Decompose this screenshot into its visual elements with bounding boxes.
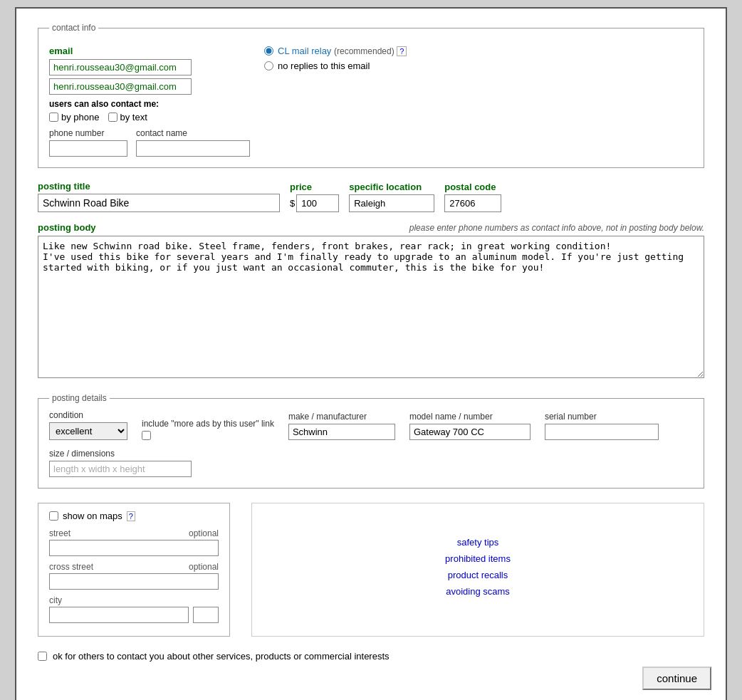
postal-label: postal code bbox=[444, 182, 501, 192]
cross-optional: optional bbox=[189, 562, 219, 572]
make-label: make / manufacturer bbox=[288, 412, 395, 422]
show-on-maps-label: show on maps bbox=[63, 511, 122, 521]
posting-body-section: posting body please enter phone numbers … bbox=[38, 222, 704, 380]
model-label: model name / number bbox=[409, 412, 531, 422]
size-label: size / dimensions bbox=[49, 449, 192, 459]
city-input[interactable] bbox=[49, 607, 189, 623]
city-field-group: city bbox=[49, 595, 219, 623]
street-label: street bbox=[49, 528, 70, 538]
commercial-contact-checkbox[interactable] bbox=[38, 652, 47, 661]
map-section: show on maps ? street optional cross str… bbox=[38, 503, 230, 637]
city-label: city bbox=[49, 595, 62, 605]
cross-street-input[interactable] bbox=[49, 573, 219, 590]
posting-title-row: posting title price $ specific location … bbox=[38, 181, 704, 212]
include-link-checkbox[interactable] bbox=[142, 431, 151, 440]
postal-input[interactable] bbox=[444, 194, 501, 212]
show-on-maps-checkbox[interactable] bbox=[49, 511, 58, 521]
relay-label: CL mail relay (recommended) ? bbox=[278, 46, 407, 56]
state-input[interactable] bbox=[193, 607, 219, 623]
maps-help-link[interactable]: ? bbox=[127, 511, 135, 521]
contact-info-fieldset: contact info email users can also contac… bbox=[38, 23, 704, 168]
phone-number-label: phone number bbox=[49, 128, 127, 138]
condition-label: condition bbox=[49, 410, 127, 420]
condition-select[interactable]: excellent good fair like new new bbox=[49, 422, 127, 440]
email-label: email bbox=[49, 46, 250, 56]
by-phone-label: by phone bbox=[61, 112, 100, 122]
by-text-label: by text bbox=[120, 112, 147, 122]
by-text-checkbox[interactable] bbox=[108, 113, 117, 122]
by-text-checkbox-label[interactable]: by text bbox=[108, 112, 147, 122]
cross-street-field-group: cross street optional bbox=[49, 562, 219, 590]
posting-details-legend: posting details bbox=[49, 393, 110, 403]
relay-radio[interactable] bbox=[264, 46, 273, 56]
commercial-contact-label: ok for others to contact you about other… bbox=[53, 651, 390, 662]
location-input[interactable] bbox=[349, 194, 434, 212]
product-recalls-link[interactable]: product recalls bbox=[448, 570, 508, 580]
contact-name-label: contact name bbox=[136, 128, 250, 138]
make-input[interactable] bbox=[288, 424, 395, 440]
model-input[interactable] bbox=[409, 424, 531, 440]
safety-tips-link[interactable]: safety tips bbox=[457, 537, 499, 548]
email-input-1[interactable] bbox=[49, 59, 192, 75]
no-reply-radio[interactable] bbox=[264, 61, 273, 70]
include-link-label: include "more ads by this user" link bbox=[142, 419, 274, 429]
posting-details-fieldset: posting details condition excellent good… bbox=[38, 393, 704, 489]
street-field-group: street optional bbox=[49, 528, 219, 556]
by-phone-checkbox[interactable] bbox=[49, 113, 58, 122]
map-links-row: show on maps ? street optional cross str… bbox=[38, 503, 704, 637]
contact-name-input[interactable] bbox=[136, 140, 250, 157]
street-optional: optional bbox=[189, 528, 219, 538]
posting-body-note: please enter phone numbers as contact in… bbox=[409, 223, 704, 233]
street-input[interactable] bbox=[49, 540, 219, 556]
page-wrapper: contact info email users can also contac… bbox=[15, 7, 727, 700]
posting-body-label: posting body bbox=[38, 222, 96, 233]
links-section: safety tips prohibited items product rec… bbox=[251, 503, 704, 637]
size-input[interactable] bbox=[49, 461, 192, 477]
users-contact-label: users can also contact me: bbox=[49, 99, 250, 109]
serial-input[interactable] bbox=[545, 424, 659, 440]
contact-info-legend: contact info bbox=[49, 23, 98, 33]
relay-help-link[interactable]: ? bbox=[397, 46, 407, 56]
continue-btn-wrapper: continue bbox=[642, 667, 711, 690]
location-label: specific location bbox=[349, 182, 434, 192]
email-input-2[interactable] bbox=[49, 78, 192, 95]
bottom-checkbox-row: ok for others to contact you about other… bbox=[38, 651, 704, 662]
dollar-sign: $ bbox=[290, 198, 295, 209]
prohibited-items-link[interactable]: prohibited items bbox=[445, 553, 511, 564]
price-label: price bbox=[290, 182, 339, 192]
posting-body-textarea[interactable]: Like new Schwinn road bike. Steel frame,… bbox=[38, 236, 704, 378]
posting-title-input[interactable] bbox=[38, 194, 280, 212]
no-reply-label: no replies to this email bbox=[278, 61, 370, 71]
by-phone-checkbox-label[interactable]: by phone bbox=[49, 112, 100, 122]
serial-label: serial number bbox=[545, 412, 659, 422]
phone-number-input[interactable] bbox=[49, 140, 127, 157]
continue-button[interactable]: continue bbox=[642, 667, 711, 690]
posting-title-label: posting title bbox=[38, 181, 280, 192]
cross-street-label: cross street bbox=[49, 562, 93, 572]
avoiding-scams-link[interactable]: avoiding scams bbox=[446, 586, 510, 597]
price-input[interactable] bbox=[296, 194, 339, 212]
